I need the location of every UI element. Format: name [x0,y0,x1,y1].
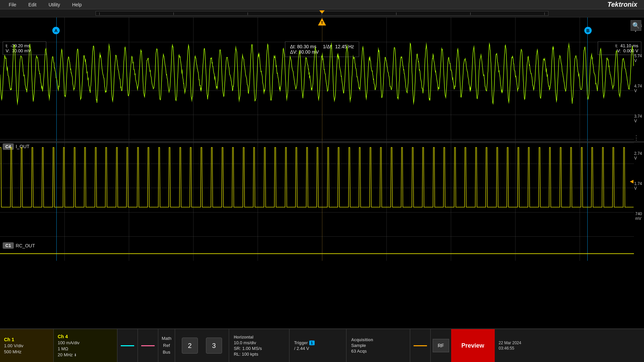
trigger-badge: 1 [309,341,315,345]
ch4-status[interactable]: Ch 4 100 mA/div 1 MΩ 20 MHz ⬇ [54,329,117,362]
acquisition-mode: Sample [351,343,405,348]
ch1-freq: 500 MHz [4,349,49,354]
horizontal-rl: RL: 100 kpts [234,352,284,357]
ruler-tick [99,12,100,15]
ch4-madiv: 100 mA/div [58,340,113,345]
acquisition-title: Acquisition [351,338,405,342]
math-ref-bus-section[interactable]: MathRefBus [158,329,175,362]
cyan-line-indicator [117,329,138,362]
rf-button[interactable]: RF [433,339,449,352]
menu-utility[interactable]: Utility [43,1,66,9]
ruler-tick [322,12,322,15]
waveform-canvas [0,17,644,261]
ch1-vdiv: 1.00 V/div [4,343,49,348]
ch4-freq: 20 MHz ⬇ [58,352,113,357]
button-3[interactable]: 3 [206,338,222,354]
horizontal-title: Horizontal [234,335,284,340]
ruler-tick [470,12,471,15]
menu-edit[interactable]: Edit [22,1,43,9]
button-2[interactable]: 2 [182,338,198,354]
timeline-bar [0,9,644,17]
ruler-tick [248,12,248,15]
brand-logo: Tektronix [607,1,641,8]
ch4-ohm: 1 MΩ [58,346,113,351]
horizontal-sr: SR: 1.00 MS/s [234,346,284,351]
oscilloscope-display: A B T t: -39.20 ms V: 30.00 mV t: 41.10 … [0,17,644,261]
ruler-tick [396,12,396,15]
math-ref-bus-label: MathRefBus [162,335,171,356]
datetime-display: 22 Mar 2024 03:46:55 [495,329,525,362]
menu-help[interactable]: Help [66,1,88,9]
ch4-title: Ch 4 [58,334,113,339]
menu-bar: File Edit Utility Help Tektronix [0,0,644,9]
pink-line-indicator [138,329,158,362]
acquisition-status[interactable]: Acquisition Sample 63 Acqs [346,329,410,362]
number-buttons: 2 3 [175,329,229,362]
trigger-title: Trigger [294,341,308,345]
orange-line-indicator [410,329,431,362]
ch1-status[interactable]: Ch 1 1.00 V/div 500 MHz [0,329,54,362]
acquisition-acqs: 63 Acqs [351,349,405,354]
ruler-tick [173,12,174,15]
horizontal-msdiv: 10.0 ms/div [234,340,284,345]
trigger-status[interactable]: Trigger 1 / 2.44 V [289,329,346,362]
trigger-slope-voltage: / 2.44 V [294,346,341,351]
status-bar: Ch 1 1.00 V/div 500 MHz Ch 4 100 mA/div … [0,328,644,362]
trigger-title-row: Trigger 1 [294,341,341,345]
preview-button[interactable]: Preview [451,329,495,362]
date-display: 22 Mar 2024 [499,341,521,345]
time-display: 03:46:55 [499,346,521,351]
ch1-title: Ch 1 [4,337,49,342]
ruler-tick [544,12,545,15]
horizontal-status[interactable]: Horizontal 10.0 ms/div SR: 1.00 MS/s RL:… [229,329,289,362]
menu-file[interactable]: File [3,1,22,9]
